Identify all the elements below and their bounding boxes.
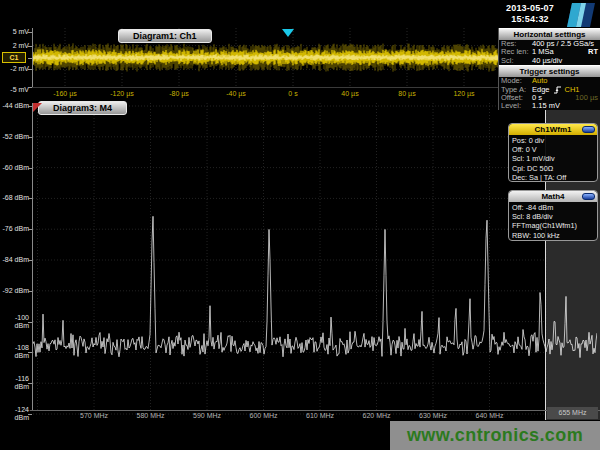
diagram1-x-label: 80 µs: [398, 89, 415, 98]
diagram3-axis-tick: [28, 322, 32, 323]
diagram3-y-label: -92 dBm: [1, 287, 30, 295]
diagram3-x-label: 630 MHz: [419, 411, 447, 420]
horizontal-settings-rows: Res:400 ps / 2.5 GSa/sRec len:1 MSaRTScl…: [499, 40, 600, 65]
diagram3-axis-tick: [28, 291, 32, 292]
diagram1-y-label: -5 mV: [1, 86, 30, 94]
ch1-offset-marker[interactable]: C1: [2, 52, 26, 63]
setting-value: 40 µs/div: [532, 57, 562, 65]
diagram1-x-label: -40 µs: [226, 89, 246, 98]
diagram3-axis-tick: [28, 383, 32, 384]
trigger-position-marker-icon[interactable]: [282, 29, 294, 37]
diagram1-axis-tick: [28, 32, 32, 33]
minimize-toggle-icon[interactable]: [582, 126, 595, 133]
datetime-display: 2013-05-07 15:54:32: [498, 3, 562, 25]
tab-diagram3-m4[interactable]: Diagram3: M4: [38, 101, 127, 115]
rising-edge-icon: [553, 85, 562, 94]
math4-info-row-0: Off: -84 dBm: [512, 203, 594, 212]
math4-info-row-1: Scl: 8 dB/div: [512, 212, 594, 221]
diagram1-axis-tick: [28, 58, 32, 59]
diagram3-axis-tick: [28, 352, 32, 353]
date-label: 2013-05-07: [498, 3, 562, 14]
ch1wfm1-box-body: Pos: 0 divOff: 0 VScl: 1 mV/divCpl: DC 5…: [509, 135, 597, 182]
setting-label: Level:: [501, 102, 532, 110]
trigger-settings-row-3[interactable]: Level:1.15 mV: [499, 102, 600, 110]
ch1-noise-trace: [33, 28, 500, 87]
oscilloscope-screen: 2013-05-07 15:54:32 Horizontal settings …: [0, 0, 600, 450]
diagram1-y-axis: [32, 28, 33, 87]
dim-value: 100 µs: [575, 94, 598, 102]
math4-box-header[interactable]: Math4: [509, 191, 597, 202]
ch1wfm1-box-header[interactable]: Ch1Wfm1: [509, 124, 597, 135]
diagram3-x-label: 590 MHz: [193, 411, 221, 420]
ch1wfm1-info-row-1: Off: 0 V: [512, 145, 594, 154]
diagram1-x-label: -120 µs: [110, 89, 134, 98]
diagram3-axis-tick: [28, 106, 32, 107]
diagram3-axis-tick: [28, 229, 32, 230]
diagram3-axis-tick: [28, 168, 32, 169]
setting-value: 1.15 mV: [532, 102, 560, 110]
tab-diagram1-ch1[interactable]: Diagram1: Ch1: [118, 29, 212, 43]
ch1wfm1-info-box[interactable]: Ch1Wfm1 Pos: 0 divOff: 0 VScl: 1 mV/divC…: [508, 123, 598, 182]
diagram3-y-label: -68 dBm: [1, 194, 30, 202]
diagram1-x-label: 0 s: [288, 89, 297, 98]
diagram3-x-label: 620 MHz: [363, 411, 391, 420]
horizontal-settings-row-2[interactable]: Scl:40 µs/div: [499, 57, 600, 65]
m4-waveform-marker-icon: [33, 103, 42, 112]
diagram1-y-label: -2 mV: [1, 65, 30, 73]
diagram1-y-label: 5 mV: [1, 28, 30, 36]
math4-box-body: Off: -84 dBmScl: 8 dB/divFFTmag(Ch1Wfm1)…: [509, 202, 597, 241]
diagram3-y-label: -108 dBm: [1, 344, 30, 360]
diagram3-y-label: -60 dBm: [1, 164, 30, 172]
diagram1-x-label: -80 µs: [169, 89, 189, 98]
diagram1-axis-tick: [28, 87, 32, 88]
trigger-settings-rows: Mode:AutoType A:EdgeCH1Offset:0 s100 µsL…: [499, 77, 600, 111]
watermark-strip: www.cntronics.com: [390, 421, 600, 450]
math4-box-title: Math4: [541, 192, 564, 201]
ch1wfm1-info-row-0: Pos: 0 div: [512, 136, 594, 145]
math4-info-row-2: FFTmag(Ch1Wfm1): [512, 221, 594, 230]
diagram3-axis-tick: [28, 198, 32, 199]
diagram3-y-label: -116 dBm: [1, 375, 30, 391]
diagram3-axis-tick: [28, 414, 32, 415]
diagram3-y-label: -84 dBm: [1, 256, 30, 264]
ch1wfm1-info-row-4: Dec: Sa | TA: Off: [512, 173, 594, 182]
diagram1-x-label: -160 µs: [53, 89, 77, 98]
watermark-text: www.cntronics.com: [407, 425, 583, 446]
ch1wfm1-info-row-3: Cpl: DC 50Ω: [512, 164, 594, 173]
diagram1-x-label: 120 µs: [453, 89, 474, 98]
diagram3-x-label: 600 MHz: [250, 411, 278, 420]
ch1wfm1-info-row-2: Scl: 1 mV/div: [512, 154, 594, 163]
diagram3-axis-tick: [28, 137, 32, 138]
diagram3-y-label: -52 dBm: [1, 133, 30, 141]
diagram3-y-axis: [32, 103, 33, 410]
ch1wfm1-box-title: Ch1Wfm1: [535, 125, 572, 134]
diagram3-y-label: -124 dBm: [1, 406, 30, 422]
realtime-badge: RT: [588, 48, 598, 56]
diagram3-axis-tick: [28, 260, 32, 261]
setting-label: Scl:: [501, 57, 532, 65]
rohde-schwarz-logo: [566, 2, 596, 28]
diagram1-axis-tick: [28, 69, 32, 70]
time-label: 15:54:32: [498, 14, 562, 25]
diagram3-y-label: -100 dBm: [1, 314, 30, 330]
diagram3-x-label: 640 MHz: [476, 411, 504, 420]
minimize-toggle-icon[interactable]: [582, 193, 595, 200]
settings-sidebar: Horizontal settings Res:400 ps / 2.5 GSa…: [498, 28, 600, 110]
diagram1-x-label: 40 µs: [341, 89, 358, 98]
diagram3-x-label: 570 MHz: [80, 411, 108, 420]
diagram1-axis-tick: [28, 46, 32, 47]
diagram3-x-label: 610 MHz: [306, 411, 334, 420]
diagram3-y-label: -44 dBm: [1, 102, 30, 110]
diagram3-x-label: 580 MHz: [137, 411, 165, 420]
diagram1-baseline: [28, 87, 500, 88]
diagram1-y-label: 2 mV: [1, 42, 30, 50]
spectrum-edge-frequency-label: 655 MHz: [547, 407, 598, 419]
math4-info-row-3: RBW: 100 kHz: [512, 231, 594, 240]
math4-info-box[interactable]: Math4 Off: -84 dBmScl: 8 dB/divFFTmag(Ch…: [508, 190, 598, 241]
diagram3-y-label: -76 dBm: [1, 225, 30, 233]
